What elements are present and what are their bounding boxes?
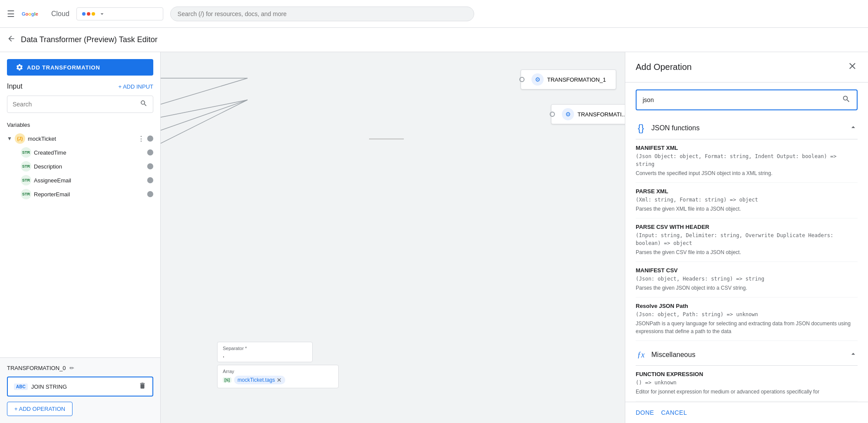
menu-icon[interactable]: ☰	[7, 9, 15, 19]
cloud-label: Cloud	[51, 10, 69, 18]
svg-text:Google: Google	[22, 11, 38, 17]
json-functions-section-header[interactable]: {} JSON functions	[636, 117, 858, 139]
project-dots	[82, 12, 95, 16]
dot-blue	[82, 12, 86, 16]
canvas-area: ⚙ TRANSFORMATION_1 ⚙ TRANSFORMATI... Sep…	[161, 52, 625, 423]
variable-connector	[147, 163, 153, 169]
add-input-button[interactable]: + ADD INPUT	[118, 83, 153, 90]
operation-card: ABC JOIN STRING	[7, 377, 153, 397]
variable-menu-icon[interactable]: ⋮	[138, 135, 145, 143]
variable-name: AssigneeEmail	[34, 177, 145, 184]
operation-name: MANIFEST XML	[636, 145, 858, 151]
operation-name: PARSE XML	[636, 188, 858, 195]
gear-icon	[16, 63, 23, 71]
section-header-left: ƒx Miscellaneous	[636, 350, 695, 360]
node-input-connector	[519, 77, 525, 82]
node-gear-icon: ⚙	[531, 73, 544, 86]
variable-connector	[147, 191, 153, 197]
miscellaneous-section-header[interactable]: ƒx Miscellaneous	[636, 344, 858, 366]
operation-signature: (Json: object, Path: string) => unknown	[636, 311, 858, 318]
operation-description: Parses the given JSON object into a CSV …	[636, 284, 858, 292]
json-functions-title: JSON functions	[651, 124, 700, 132]
separator-label: Separator *	[223, 346, 307, 351]
parse-csv-header-item[interactable]: PARSE CSV WITH HEADER (Input: string, De…	[636, 218, 858, 262]
variable-description: STR Description	[21, 159, 153, 173]
connection-line	[161, 78, 248, 104]
operation-signature: (Json: object, Headers: string) => strin…	[636, 275, 858, 283]
operation-signature: () => unknown	[636, 379, 858, 387]
edit-icon[interactable]: ✏	[69, 365, 74, 371]
add-transformation-button[interactable]: ADD TRANSFORMATION	[7, 59, 153, 76]
operation-signature: (Json Object: object, Format: string, In…	[636, 152, 858, 168]
variable-name: CreatedTime	[34, 149, 145, 156]
google-cloud-logo: Google Cloud	[22, 9, 69, 19]
operation-search-input[interactable]	[643, 96, 838, 103]
dot-yellow	[92, 12, 95, 16]
right-panel-content: {} JSON functions MANIFEST XML (Json Obj…	[625, 117, 868, 402]
operation-name: Resolve JSON Path	[636, 303, 858, 309]
right-panel: Add Operation {} JSON functions	[625, 52, 868, 423]
array-tag-chip: mockTicket.tags ✕	[234, 376, 285, 384]
separator-value: ,	[223, 352, 307, 358]
dot-red	[87, 12, 90, 16]
right-panel-footer: DONE CANCEL	[625, 402, 868, 423]
operation-description: Converts the specified input JSON object…	[636, 169, 858, 177]
node-input-connector	[550, 112, 555, 117]
function-expression-item[interactable]: FUNCTION EXPRESSION () => unknown Editor…	[636, 366, 858, 401]
project-selector[interactable]	[76, 7, 163, 20]
done-button[interactable]: DONE	[636, 409, 654, 416]
search-field-icon[interactable]	[842, 95, 851, 105]
node-label: TRANSFORMATI...	[578, 111, 625, 118]
array-str-badge: [S]	[223, 377, 231, 383]
delete-operation-icon[interactable]	[139, 382, 146, 391]
variable-assigneeemail: STR AssigneeEmail	[21, 173, 153, 187]
operation-name: MANIFEST CSV	[636, 267, 858, 274]
search-box	[7, 96, 153, 113]
chevron-up-icon	[849, 123, 858, 133]
right-panel-search	[625, 83, 868, 117]
operation-signature: (Input: string, Delimiter: string, Overw…	[636, 231, 858, 247]
transformation-1-node: ⚙ TRANSFORMATION_1	[521, 69, 616, 89]
back-button[interactable]	[7, 34, 16, 45]
variables-label: Variables	[7, 122, 153, 128]
tag-remove-icon[interactable]: ✕	[277, 377, 282, 383]
main-content: ADD TRANSFORMATION Input + ADD INPUT Var…	[0, 52, 868, 423]
global-search-input[interactable]	[170, 7, 474, 21]
operation-name: PARSE CSV WITH HEADER	[636, 224, 858, 230]
input-section-header: Input + ADD INPUT	[7, 83, 153, 90]
dropdown-icon	[99, 10, 106, 17]
variable-str-icon: STR	[21, 161, 31, 172]
connection-line	[161, 100, 248, 143]
variable-createdtime: STR CreatedTime	[21, 145, 153, 159]
close-button[interactable]	[847, 61, 858, 73]
operation-description: Parses the given XML file into a JSON ob…	[636, 205, 858, 213]
separator-field: Separator * ,	[217, 342, 313, 362]
node-gear-icon: ⚙	[562, 108, 574, 120]
manifest-csv-item[interactable]: MANIFEST CSV (Json: object, Headers: str…	[636, 262, 858, 297]
variable-name: mockTicket	[28, 135, 135, 142]
array-field: Array [S] mockTicket.tags ✕	[217, 365, 339, 388]
cancel-button[interactable]: CANCEL	[661, 409, 687, 416]
right-panel-title: Add Operation	[636, 62, 692, 72]
parse-xml-item[interactable]: PARSE XML (Xml: string, Format: string) …	[636, 183, 858, 218]
transformation-editor: TRANSFORMATION_0 ✏ ABC JOIN STRING + ADD…	[0, 357, 160, 423]
transformation-name-row: TRANSFORMATION_0 ✏	[7, 365, 153, 371]
operation-description: Parses the given CSV file into a JSON ob…	[636, 248, 858, 256]
node-label: TRANSFORMATION_1	[547, 76, 606, 83]
search-icon[interactable]	[140, 99, 148, 109]
operation-description: Editor for jsonnet expression for medium…	[636, 388, 858, 396]
manifest-xml-item[interactable]: MANIFEST XML (Json Object: object, Forma…	[636, 139, 858, 183]
variable-name: Description	[34, 163, 145, 170]
variable-str-icon: STR	[21, 175, 31, 185]
variable-connector	[147, 149, 153, 155]
connection-line	[161, 100, 248, 130]
expand-icon[interactable]: ▼	[7, 135, 12, 142]
variable-type-icon: {J}	[15, 133, 25, 144]
resolve-json-path-item[interactable]: Resolve JSON Path (Json: object, Path: s…	[636, 297, 858, 341]
input-section: Input + ADD INPUT	[0, 83, 160, 116]
miscellaneous-operations-list: FUNCTION EXPRESSION () => unknown Editor…	[636, 366, 858, 401]
add-operation-button[interactable]: + ADD OPERATION	[7, 402, 73, 416]
variable-name: ReporterEmail	[34, 191, 145, 198]
variables-search-input[interactable]	[13, 101, 136, 108]
connection-line	[161, 100, 248, 117]
